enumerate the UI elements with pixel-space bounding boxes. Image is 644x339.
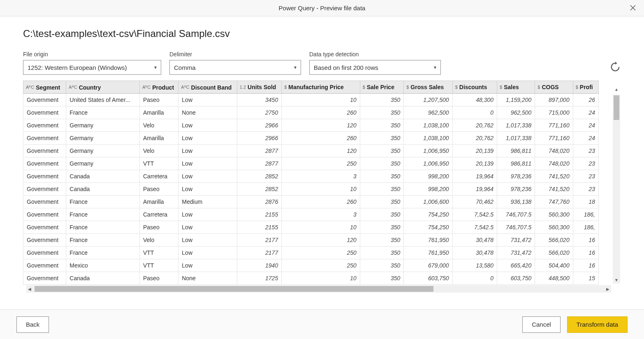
scroll-left-icon[interactable]: ◀ — [26, 285, 33, 293]
cell: 936,138 — [497, 195, 535, 208]
table-row[interactable]: GovernmentCanadaPaseoLow285210350998,200… — [23, 182, 599, 195]
cell: 754,250 — [404, 221, 452, 233]
cell: 2155 — [237, 221, 281, 233]
vertical-scrollbar[interactable]: ▲ ▼ — [613, 95, 620, 284]
table-row[interactable]: GovernmentFrancePaseoLow215510350754,250… — [23, 221, 599, 233]
cell: France — [66, 208, 140, 221]
column-header-label: Profi — [580, 84, 593, 90]
cell: Government — [23, 233, 66, 246]
column-header[interactable]: $Gross Sales — [404, 81, 452, 94]
scroll-down-icon[interactable]: ▼ — [613, 278, 620, 284]
cell: 250 — [282, 246, 360, 259]
cell: 986,811 — [497, 157, 535, 170]
cell: Velo — [139, 233, 178, 246]
detection-value: Based on first 200 rows — [314, 64, 378, 71]
cell: Amarilla — [139, 131, 178, 144]
column-header-label: Gross Sales — [410, 84, 444, 90]
cell: Low — [178, 182, 237, 195]
column-header[interactable]: $Sales — [497, 81, 535, 94]
column-header[interactable]: $Manufacturing Price — [282, 81, 360, 94]
table-row[interactable]: GovernmentFranceVeloLow2177120350761,950… — [23, 233, 599, 246]
table-row[interactable]: GovernmentFranceCarreteraLow21553350754,… — [23, 208, 599, 221]
cancel-button[interactable]: Cancel — [522, 316, 561, 333]
table-row[interactable]: GovernmentFranceAmarillaNone275026035096… — [23, 106, 599, 119]
cell: 2966 — [237, 119, 281, 131]
table-row[interactable]: GovernmentCanadaCarreteraLow28523350998,… — [23, 170, 599, 182]
column-header[interactable]: AᴮCDiscount Band — [178, 81, 237, 94]
column-header[interactable]: $COGS — [535, 81, 573, 94]
column-header[interactable]: $Sale Price — [360, 81, 403, 94]
cell: Low — [178, 144, 237, 157]
cell: 2750 — [237, 106, 281, 119]
horizontal-scrollbar[interactable]: ◀ ▶ — [26, 285, 611, 293]
cell: Paseo — [139, 182, 178, 195]
cell: Government — [23, 182, 66, 195]
cell: 1725 — [237, 272, 281, 284]
cell: 15 — [573, 272, 598, 284]
scroll-right-icon[interactable]: ▶ — [605, 285, 611, 293]
table-row[interactable]: GovernmentUnited States of Amer...PaseoL… — [23, 93, 599, 106]
refresh-icon[interactable] — [609, 61, 621, 73]
table-row[interactable]: GovernmentGermanyVTTLow28772503501,006,9… — [23, 157, 599, 170]
cell: 1,038,100 — [404, 119, 452, 131]
cell: Mexico — [66, 259, 140, 272]
cell: Low — [178, 157, 237, 170]
cell: 715,000 — [535, 106, 573, 119]
cell: VTT — [139, 246, 178, 259]
cell: Government — [23, 157, 66, 170]
cell: 2876 — [237, 195, 281, 208]
cell: Germany — [66, 131, 140, 144]
table-row[interactable]: GovernmentCanadaPaseoNone172510350603,75… — [23, 272, 599, 284]
cell: Germany — [66, 157, 140, 170]
table-row[interactable]: GovernmentFranceVTTLow2177250350761,9503… — [23, 246, 599, 259]
cell: 350 — [360, 195, 403, 208]
scroll-thumb[interactable] — [614, 95, 619, 120]
file-origin-select[interactable]: 1252: Western European (Windows) ▾ — [23, 60, 161, 75]
cell: 260 — [282, 106, 360, 119]
column-header[interactable]: $Discounts — [452, 81, 497, 94]
cell: 120 — [282, 144, 360, 157]
column-header[interactable]: $Profi — [573, 81, 598, 94]
cell: 504,400 — [535, 259, 573, 272]
cell: France — [66, 106, 140, 119]
cell: Government — [23, 195, 66, 208]
table-row[interactable]: GovernmentGermanyVeloLow28771203501,006,… — [23, 144, 599, 157]
cell: Velo — [139, 144, 178, 157]
cell: 741,520 — [535, 182, 573, 195]
column-header[interactable]: AᴮCSegment — [23, 81, 66, 94]
text-type-icon: AᴮC — [26, 85, 34, 90]
cell: 19,964 — [452, 182, 497, 195]
delimiter-select[interactable]: Comma ▾ — [169, 60, 301, 75]
column-header[interactable]: AᴮCCountry — [66, 81, 140, 94]
table-row[interactable]: GovernmentFranceAmarillaMedium2876260350… — [23, 195, 599, 208]
table-row[interactable]: GovernmentMexicoVTTLow1940250350679,0001… — [23, 259, 599, 272]
currency-type-icon: $ — [363, 85, 365, 90]
cell: 250 — [282, 259, 360, 272]
scroll-up-icon[interactable]: ▲ — [613, 87, 620, 94]
cell: 18 — [573, 195, 598, 208]
cell: Germany — [66, 144, 140, 157]
cell: 1,017,338 — [497, 131, 535, 144]
transform-data-button[interactable]: Transform data — [567, 316, 628, 333]
cell: 350 — [360, 106, 403, 119]
scroll-thumb[interactable] — [35, 286, 433, 292]
cell: 30,478 — [452, 246, 497, 259]
table-row[interactable]: GovernmentGermanyVeloLow29661203501,038,… — [23, 119, 599, 131]
cell: 186, — [573, 208, 598, 221]
column-header[interactable]: AᴮCProduct — [139, 81, 178, 94]
cell: 20,762 — [452, 119, 497, 131]
cell: Government — [23, 170, 66, 182]
cell: 250 — [282, 157, 360, 170]
table-row[interactable]: GovernmentGermanyAmarillaLow29662603501,… — [23, 131, 599, 144]
file-origin-label: File origin — [23, 51, 161, 58]
cell: Canada — [66, 170, 140, 182]
delimiter-field: Delimiter Comma ▾ — [169, 51, 301, 75]
currency-type-icon: $ — [455, 85, 458, 90]
close-button[interactable] — [627, 3, 639, 14]
cell: Low — [178, 221, 237, 233]
cell: Paseo — [139, 93, 178, 106]
back-button[interactable]: Back — [16, 316, 49, 333]
detection-select[interactable]: Based on first 200 rows ▾ — [309, 60, 441, 75]
column-header[interactable]: 1.2Units Sold — [237, 81, 281, 94]
cell: 748,020 — [535, 144, 573, 157]
